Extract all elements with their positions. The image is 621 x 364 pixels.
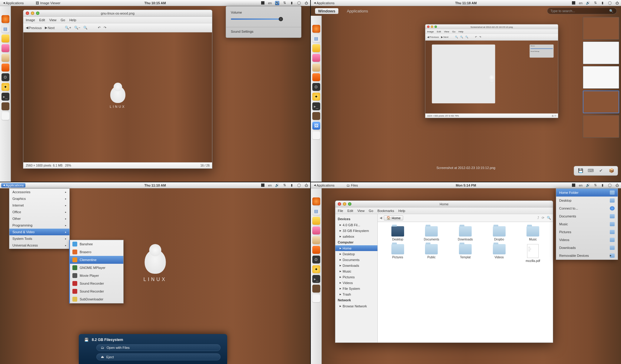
tray-user-icon[interactable]: ◯ — [297, 1, 301, 5]
tray-volume-icon[interactable]: 🔊 — [586, 183, 590, 187]
clock[interactable]: Thu 10:15 AM — [144, 1, 166, 5]
file-icon-templat[interactable]: Templat — [450, 244, 481, 263]
back-button[interactable]: ◀ — [380, 216, 382, 220]
nav-refresh-icon[interactable]: ⟳ — [542, 216, 544, 220]
menu-edit[interactable]: Edit — [39, 18, 45, 22]
submenu-item-sound-recorder[interactable]: Sound Recorder — [70, 287, 123, 295]
dock-spreadsheet-icon[interactable] — [2, 35, 9, 42]
tray-power-icon[interactable]: ⏻ — [615, 1, 619, 5]
tray-user-icon[interactable]: ◯ — [297, 183, 301, 187]
search-input[interactable]: Type to search... 🔍 — [547, 8, 617, 14]
dock-firefox-icon[interactable] — [312, 197, 320, 205]
menu-file[interactable]: File — [338, 209, 343, 213]
menu-category-universal-access[interactable]: Universal Access▸ — [9, 242, 69, 249]
tray-power-icon[interactable]: ⏻ — [615, 183, 619, 187]
tray-network-icon[interactable]: ⇅ — [282, 183, 287, 187]
file-icon-dropbo[interactable]: Dropbo — [483, 226, 515, 241]
minimize-button[interactable] — [31, 12, 34, 15]
apps-menu-button[interactable]: ◀Applications — [312, 184, 336, 187]
tray-drive-icon[interactable] — [261, 1, 265, 5]
open-with-files-button[interactable]: 🗂Open with Files — [96, 344, 221, 351]
tray-lang[interactable]: en — [579, 183, 583, 187]
workspace-thumb-selected[interactable] — [583, 91, 619, 113]
menu-help[interactable]: Help — [69, 18, 76, 22]
dock-dark-app-icon[interactable]: ⚙ — [2, 73, 9, 81]
titlebar[interactable]: gnu-linux-os-wood.png — [23, 10, 212, 17]
dock-image-viewer-icon[interactable]: 🖼 — [312, 122, 320, 130]
places-item-pictures[interactable]: Pictures — [556, 228, 618, 236]
sidebar-item-music[interactable]: ▸Music — [335, 268, 377, 274]
submenu-item-subdownloader[interactable]: SubDownloader — [70, 295, 123, 303]
dock-gimp-icon[interactable] — [312, 236, 320, 244]
file-icon-pictures[interactable]: Pictures — [382, 244, 413, 263]
workspace-thumb[interactable] — [583, 17, 619, 40]
sidebar-item-trash[interactable]: ▸Trash — [335, 291, 377, 297]
submenu-item-brasero[interactable]: Brasero — [70, 248, 123, 256]
tray-network-icon[interactable]: ⇅ — [593, 1, 597, 5]
dock-orange-app-icon[interactable] — [312, 246, 320, 254]
tray-battery-icon[interactable]: ▮ — [600, 183, 605, 187]
close-button[interactable] — [26, 12, 29, 15]
maximize-button[interactable] — [348, 202, 351, 206]
dock-document-icon[interactable]: ▤ — [312, 207, 320, 215]
places-item-connect-to-[interactable]: Connect to... — [556, 204, 618, 212]
places-item-removable-devices[interactable]: Removable Devices▸ — [556, 252, 618, 260]
dock-brown-app-icon[interactable] — [2, 102, 9, 110]
apps-menu-button[interactable]: ◀Applications — [1, 183, 25, 187]
clock[interactable]: Thu 11:18 AM — [455, 1, 477, 5]
dock-star-icon[interactable]: ✦ — [2, 83, 9, 91]
file-icon-public[interactable]: Public — [416, 244, 447, 263]
tray-user-icon[interactable]: ◯ — [608, 183, 612, 187]
menu-category-graphics[interactable]: Graphics▸ — [9, 195, 69, 202]
dock-orange-app-icon[interactable] — [2, 64, 9, 71]
menu-edit[interactable]: Edit — [347, 209, 353, 213]
sidebar-item-safebox[interactable]: ▸safebox — [335, 233, 377, 239]
places-item-desktop[interactable]: Desktop — [556, 197, 618, 204]
menu-category-system-tools[interactable]: System Tools▸ — [9, 235, 69, 242]
workspace-thumb[interactable] — [583, 66, 619, 89]
tray-lang[interactable]: en — [268, 1, 272, 5]
eject-button[interactable]: ⏏Eject — [96, 353, 221, 360]
tray-network-icon[interactable]: ⇅ — [593, 183, 597, 187]
zoom-fit-icon[interactable]: 🔍 — [83, 26, 88, 30]
dock-document-icon[interactable]: ▤ — [2, 25, 9, 33]
minimize-button[interactable] — [343, 202, 346, 206]
places-item-videos[interactable]: Videos — [556, 236, 618, 244]
places-item-documents[interactable]: Documents — [556, 212, 618, 220]
notification-bubble[interactable]: 💾 8.2 GB Filesystem 🗂Open with Files ⏏Ej… — [79, 334, 227, 364]
tray-volume-icon[interactable]: 🔊 — [275, 183, 279, 187]
workspace-thumb[interactable] — [583, 41, 619, 64]
places-item-home-folder[interactable]: Home Folder — [556, 189, 618, 197]
dock-gimp-icon[interactable] — [312, 64, 320, 71]
tray-drive-icon[interactable] — [571, 183, 576, 187]
tray-package-icon[interactable]: 📦 — [608, 168, 615, 174]
submenu-item-banshee[interactable]: Banshee — [70, 240, 123, 248]
dock-firefox-icon[interactable] — [312, 25, 320, 33]
menu-go[interactable]: Go — [369, 209, 373, 213]
file-icon-documents[interactable]: Documents — [416, 226, 447, 241]
dock-pink-app-icon[interactable] — [312, 227, 320, 234]
dock-orange-app-icon[interactable] — [312, 73, 320, 81]
tab-windows[interactable]: Windows — [315, 8, 338, 14]
menu-image[interactable]: Image — [26, 18, 35, 22]
file-icon-desktop[interactable]: Desktop — [382, 226, 413, 241]
file-icon-music[interactable]: Music — [517, 226, 549, 241]
tray-lang[interactable]: en — [579, 1, 583, 5]
search-icon[interactable]: 🔍 — [547, 216, 551, 220]
tray-drive-icon[interactable] — [571, 1, 576, 5]
tray-volume-icon[interactable]: 🔊 — [275, 1, 279, 5]
submenu-item-movie-player[interactable]: Movie Player — [70, 272, 123, 280]
dock-terminal-icon[interactable]: ▸_ — [2, 93, 9, 101]
apps-menu-button[interactable]: ◀Applications — [1, 1, 25, 5]
sidebar-item-videos[interactable]: ▸Videos — [335, 280, 377, 286]
clock[interactable]: Thu 11:10 AM — [144, 184, 166, 187]
tray-battery-icon[interactable]: ▮ — [600, 1, 605, 5]
dock-pink-app-icon[interactable] — [2, 44, 9, 52]
tray-power-icon[interactable]: ⏻ — [304, 1, 308, 5]
dock-dark-app-icon[interactable]: ⚙ — [312, 256, 320, 263]
submenu-item-clementine[interactable]: Clementine — [70, 256, 123, 264]
dock-white-app-icon[interactable] — [312, 131, 320, 139]
dock-brown-app-icon[interactable] — [312, 112, 320, 120]
window-preview[interactable]: Screenshot at 2012-02-23 10:15:12.png Im… — [399, 24, 533, 134]
menu-go[interactable]: Go — [61, 18, 65, 22]
